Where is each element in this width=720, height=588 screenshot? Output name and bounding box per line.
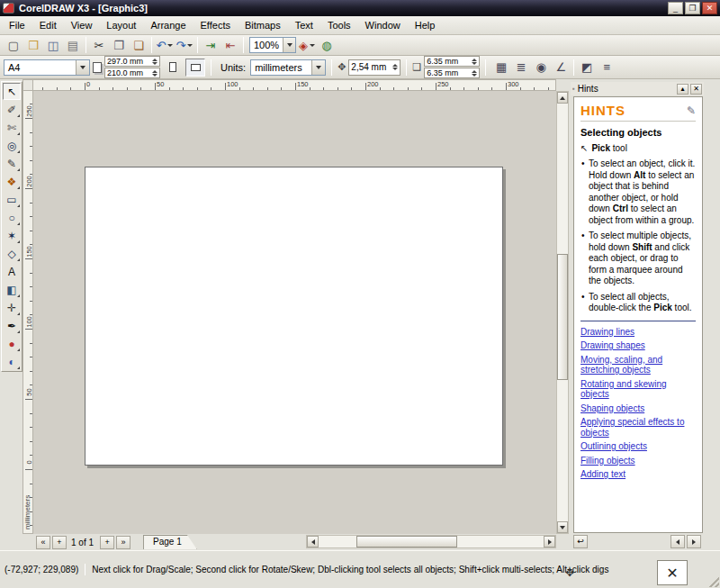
hint-link[interactable]: Rotating and skewing objects: [580, 379, 696, 400]
first-page-button[interactable]: «: [36, 536, 50, 549]
paste-button[interactable]: ❏: [129, 36, 148, 54]
menu-arrange[interactable]: Arrange: [143, 17, 193, 33]
docker-collapse-button[interactable]: ▴: [677, 84, 688, 95]
interactive-fill-tool-button[interactable]: ◐: [3, 353, 21, 370]
snap-to-grid-button[interactable]: ▦: [491, 59, 511, 77]
eyedropper-tool-button[interactable]: ✛: [3, 299, 21, 316]
basic-shapes-tool-button[interactable]: ◇: [3, 245, 21, 262]
drawing-area[interactable]: [33, 91, 556, 534]
duplicate-x-field[interactable]: 6.35 mm: [424, 56, 480, 67]
application-launcher-button[interactable]: ◈: [297, 36, 317, 54]
scroll-right-button[interactable]: [544, 536, 555, 547]
palette-scroll-icon[interactable]: ✥: [565, 566, 574, 579]
add-page-before-button[interactable]: +: [52, 536, 67, 549]
hint-link[interactable]: Applying special effects to objects: [580, 417, 696, 438]
scroll-left-button[interactable]: [307, 536, 319, 547]
new-button[interactable]: ▢: [4, 36, 23, 54]
dynamic-guides-button[interactable]: ∠: [551, 59, 571, 77]
redo-button[interactable]: ↷: [175, 36, 194, 54]
spinner-icon[interactable]: [152, 59, 158, 65]
hint-link[interactable]: Adding text: [580, 469, 696, 480]
crop-tool-button[interactable]: ✄: [3, 119, 21, 136]
chevron-down-icon[interactable]: [167, 44, 173, 47]
corel-online-button[interactable]: ◍: [317, 36, 337, 54]
shape-tool-button[interactable]: ✐: [3, 101, 21, 118]
page-tab[interactable]: Page 1: [143, 535, 197, 549]
interactive-blend-tool-button[interactable]: ◧: [3, 281, 21, 298]
vertical-scrollbar[interactable]: [556, 91, 569, 534]
menu-tools[interactable]: Tools: [320, 17, 358, 33]
hints-home-button[interactable]: ↩: [573, 535, 588, 548]
save-button[interactable]: ◫: [43, 36, 63, 54]
treat-as-filled-button[interactable]: ◩: [577, 59, 597, 77]
scroll-up-button[interactable]: [557, 92, 568, 104]
undo-button[interactable]: ↶: [155, 36, 175, 54]
hint-link[interactable]: Outlining objects: [580, 441, 696, 452]
duplicate-y-field[interactable]: 6.35 mm: [424, 68, 480, 78]
hint-link[interactable]: Moving, scaling, and stretching objects: [580, 355, 696, 375]
menu-file[interactable]: File: [2, 17, 32, 33]
zoom-tool-button[interactable]: ◎: [3, 137, 21, 154]
title-bar[interactable]: CorelDRAW X3 - [Graphic3] _❐✕: [0, 0, 720, 16]
menu-view[interactable]: View: [64, 17, 100, 33]
menu-edit[interactable]: Edit: [32, 17, 64, 33]
scroll-down-button[interactable]: [557, 521, 568, 533]
no-color-swatch[interactable]: ✕: [657, 560, 688, 585]
vertical-scroll-thumb[interactable]: [557, 254, 568, 380]
paper-height-field[interactable]: 210.0 mm: [104, 68, 160, 78]
close-button[interactable]: ✕: [702, 2, 717, 14]
freehand-tool-button[interactable]: ✎: [3, 155, 21, 172]
last-page-button[interactable]: »: [116, 536, 130, 549]
hints-docker-titlebar[interactable]: ▪ Hints ▴ ✕: [571, 82, 704, 95]
snap-to-guidelines-button[interactable]: ≣: [511, 59, 531, 77]
menu-bitmaps[interactable]: Bitmaps: [238, 17, 288, 33]
open-button[interactable]: ❒: [23, 36, 43, 54]
chevron-down-icon[interactable]: [76, 60, 89, 75]
hint-link[interactable]: Shaping objects: [580, 403, 696, 414]
menu-text[interactable]: Text: [288, 17, 320, 33]
menu-window[interactable]: Window: [358, 17, 408, 33]
spinner-icon[interactable]: [152, 70, 158, 77]
hint-link[interactable]: Drawing lines: [580, 327, 696, 338]
horizontal-ruler[interactable]: 050100150200250300: [33, 79, 556, 91]
chevron-down-icon[interactable]: [311, 60, 325, 75]
spinner-icon[interactable]: [392, 64, 398, 70]
chevron-down-icon[interactable]: [187, 44, 193, 47]
ruler-origin-corner[interactable]: [22, 79, 33, 91]
window-resize-grip[interactable]: [707, 575, 719, 587]
smart-fill-tool-button[interactable]: ❖: [3, 173, 21, 190]
hint-link[interactable]: Filling objects: [580, 456, 696, 466]
vertical-ruler[interactable]: 250200150100500: [22, 91, 33, 534]
fill-tool-button[interactable]: ●: [3, 335, 21, 352]
export-button[interactable]: ⇤: [220, 36, 240, 54]
hint-link[interactable]: Drawing shapes: [580, 340, 696, 351]
spinner-icon[interactable]: [472, 70, 477, 77]
import-button[interactable]: ⇥: [201, 36, 220, 54]
hints-back-button[interactable]: [670, 535, 685, 548]
polygon-tool-button[interactable]: ✶: [3, 227, 21, 244]
ellipse-tool-button[interactable]: ○: [3, 209, 21, 226]
portrait-button[interactable]: [163, 59, 183, 77]
menu-effects[interactable]: Effects: [194, 17, 238, 33]
chevron-down-icon[interactable]: [283, 38, 295, 52]
menu-help[interactable]: Help: [408, 17, 443, 33]
text-tool-button[interactable]: A: [3, 263, 21, 280]
spinner-icon[interactable]: [472, 59, 477, 65]
docker-close-button[interactable]: ✕: [690, 84, 702, 95]
horizontal-scroll-thumb[interactable]: [356, 536, 457, 547]
minimize-button[interactable]: _: [668, 2, 683, 14]
options-button[interactable]: ≡: [597, 59, 616, 77]
landscape-button[interactable]: [185, 59, 205, 77]
restore-button[interactable]: ❐: [685, 2, 700, 14]
cut-button[interactable]: ✂: [89, 36, 109, 54]
page-canvas[interactable]: [85, 167, 503, 466]
outline-tool-button[interactable]: ✒: [3, 317, 21, 334]
pick-tool-button[interactable]: ↖: [3, 83, 21, 100]
hints-forward-button[interactable]: [687, 535, 701, 548]
chevron-down-icon[interactable]: [310, 44, 315, 47]
horizontal-scrollbar[interactable]: [306, 535, 556, 548]
copy-button[interactable]: ❐: [109, 36, 129, 54]
print-button[interactable]: ▤: [63, 36, 83, 54]
menu-layout[interactable]: Layout: [99, 17, 143, 33]
rectangle-tool-button[interactable]: ▭: [3, 191, 21, 208]
